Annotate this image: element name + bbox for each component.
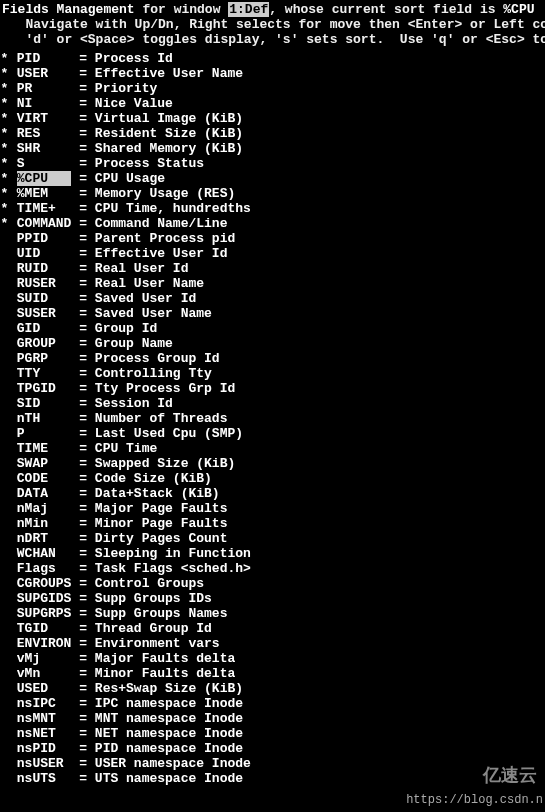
fields-list[interactable]: * PID = Process Id* USER = Effective Use… <box>0 47 545 786</box>
field-row[interactable]: DATA = Data+Stack (KiB) <box>0 486 545 501</box>
equals: = <box>71 291 94 306</box>
field-row[interactable]: * USER = Effective User Name <box>0 66 545 81</box>
field-row[interactable]: GROUP = Group Name <box>0 336 545 351</box>
field-desc: NET namespace Inode <box>95 726 243 741</box>
field-desc: Supp Groups Names <box>95 606 228 621</box>
star-icon: * <box>0 186 9 201</box>
nostar <box>0 471 9 486</box>
field-desc: Effective User Id <box>95 246 228 261</box>
field-row[interactable]: SUSER = Saved User Name <box>0 306 545 321</box>
field-name: Flags <box>17 561 72 576</box>
field-row[interactable]: TGID = Thread Group Id <box>0 621 545 636</box>
field-row[interactable]: CGROUPS = Control Groups <box>0 576 545 591</box>
equals: = <box>71 306 94 321</box>
field-row[interactable]: nsPID = PID namespace Inode <box>0 741 545 756</box>
star-icon: * <box>0 66 9 81</box>
field-row[interactable]: * SHR = Shared Memory (KiB) <box>0 141 545 156</box>
field-row[interactable]: nDRT = Dirty Pages Count <box>0 531 545 546</box>
nostar <box>0 576 9 591</box>
field-row[interactable]: * PR = Priority <box>0 81 545 96</box>
field-row[interactable]: nsMNT = MNT namespace Inode <box>0 711 545 726</box>
field-row[interactable]: vMj = Major Faults delta <box>0 651 545 666</box>
field-row[interactable]: * COMMAND = Command Name/Line <box>0 216 545 231</box>
field-desc: Memory Usage (RES) <box>95 186 235 201</box>
field-desc: Group Id <box>95 321 157 336</box>
field-row[interactable]: nMaj = Major Page Faults <box>0 501 545 516</box>
fields-header: Fields Management for window 1:Def, whos… <box>0 0 545 47</box>
star-icon: * <box>0 201 9 216</box>
field-name: PGRP <box>17 351 72 366</box>
equals: = <box>71 156 94 171</box>
nostar <box>0 636 9 651</box>
field-name: TIME+ <box>17 201 72 216</box>
equals: = <box>71 621 94 636</box>
equals: = <box>71 276 94 291</box>
field-row[interactable]: CODE = Code Size (KiB) <box>0 471 545 486</box>
nostar <box>0 396 9 411</box>
equals: = <box>71 246 94 261</box>
field-row[interactable]: * VIRT = Virtual Image (KiB) <box>0 111 545 126</box>
field-row[interactable]: UID = Effective User Id <box>0 246 545 261</box>
field-row[interactable]: * %MEM = Memory Usage (RES) <box>0 186 545 201</box>
field-row[interactable]: Flags = Task Flags <sched.h> <box>0 561 545 576</box>
field-row[interactable]: PGRP = Process Group Id <box>0 351 545 366</box>
field-row[interactable]: RUID = Real User Id <box>0 261 545 276</box>
field-row[interactable]: * S = Process Status <box>0 156 545 171</box>
field-name: TGID <box>17 621 72 636</box>
field-row[interactable]: * RES = Resident Size (KiB) <box>0 126 545 141</box>
field-row[interactable]: SWAP = Swapped Size (KiB) <box>0 456 545 471</box>
field-desc: Controlling Tty <box>95 366 212 381</box>
field-row[interactable]: TIME = CPU Time <box>0 441 545 456</box>
field-row[interactable]: * NI = Nice Value <box>0 96 545 111</box>
field-row[interactable]: * PID = Process Id <box>0 51 545 66</box>
field-row[interactable]: TPGID = Tty Process Grp Id <box>0 381 545 396</box>
field-desc: UTS namespace Inode <box>95 771 243 786</box>
field-name: TIME <box>17 441 72 456</box>
field-desc: Real User Name <box>95 276 204 291</box>
nostar <box>0 306 9 321</box>
field-row[interactable]: nsIPC = IPC namespace Inode <box>0 696 545 711</box>
field-row[interactable]: SID = Session Id <box>0 396 545 411</box>
field-desc: CPU Time <box>95 441 157 456</box>
field-name: ENVIRON <box>17 636 72 651</box>
field-desc: Last Used Cpu (SMP) <box>95 426 243 441</box>
field-desc: Saved User Id <box>95 291 196 306</box>
field-row[interactable]: PPID = Parent Process pid <box>0 231 545 246</box>
field-desc: USER namespace Inode <box>95 756 251 771</box>
equals: = <box>71 501 94 516</box>
field-row[interactable]: vMn = Minor Faults delta <box>0 666 545 681</box>
equals: = <box>71 186 94 201</box>
field-desc: Tty Process Grp Id <box>95 381 235 396</box>
nostar <box>0 681 9 696</box>
field-row[interactable]: nsUTS = UTS namespace Inode <box>0 771 545 786</box>
field-row[interactable]: SUPGIDS = Supp Groups IDs <box>0 591 545 606</box>
field-desc: Nice Value <box>95 96 173 111</box>
field-row[interactable]: * TIME+ = CPU Time, hundredths <box>0 201 545 216</box>
field-row[interactable]: ENVIRON = Environment vars <box>0 636 545 651</box>
equals: = <box>71 651 94 666</box>
equals: = <box>71 561 94 576</box>
field-row[interactable]: TTY = Controlling Tty <box>0 366 545 381</box>
field-row[interactable]: * %CPU = CPU Usage <box>0 171 545 186</box>
equals: = <box>71 606 94 621</box>
equals: = <box>71 741 94 756</box>
field-desc: Minor Page Faults <box>95 516 228 531</box>
field-row[interactable]: nTH = Number of Threads <box>0 411 545 426</box>
field-name: nsIPC <box>17 696 72 711</box>
field-row[interactable]: nMin = Minor Page Faults <box>0 516 545 531</box>
field-row[interactable]: nsUSER = USER namespace Inode <box>0 756 545 771</box>
equals: = <box>71 126 94 141</box>
field-row[interactable]: SUPGRPS = Supp Groups Names <box>0 606 545 621</box>
field-row[interactable]: WCHAN = Sleeping in Function <box>0 546 545 561</box>
field-row[interactable]: nsNET = NET namespace Inode <box>0 726 545 741</box>
watermark-url: https://blog.csdn.n <box>406 793 543 808</box>
field-desc: Data+Stack (KiB) <box>95 486 220 501</box>
field-row[interactable]: GID = Group Id <box>0 321 545 336</box>
field-row[interactable]: P = Last Used Cpu (SMP) <box>0 426 545 441</box>
field-name: NI <box>17 96 72 111</box>
field-row[interactable]: SUID = Saved User Id <box>0 291 545 306</box>
nostar <box>0 321 9 336</box>
field-desc: Task Flags <sched.h> <box>95 561 251 576</box>
field-row[interactable]: RUSER = Real User Name <box>0 276 545 291</box>
field-row[interactable]: USED = Res+Swap Size (KiB) <box>0 681 545 696</box>
